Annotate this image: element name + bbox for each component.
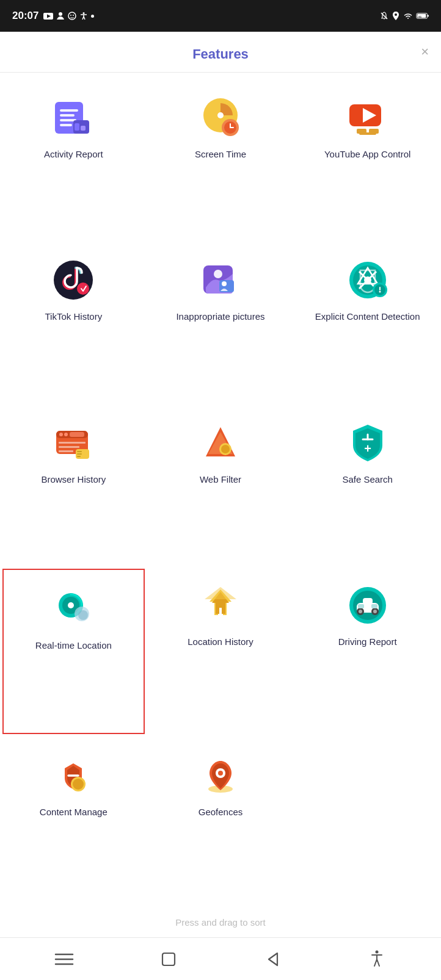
svg-point-37 [77,283,89,295]
webfilter-icon [199,421,242,465]
feature-realtime-location[interactable]: Real-time Location [2,569,145,733]
svg-rect-19 [60,114,75,117]
svg-line-10 [84,16,85,20]
youtube-label: YouTube App Control [324,148,411,160]
svg-text:81: 81 [418,15,421,18]
feature-inappropriate[interactable]: Inappropriate pictures [147,241,294,403]
svg-point-12 [395,13,397,16]
feature-driving[interactable]: Driving Report [294,566,441,736]
location-status-icon [392,12,399,20]
status-bar-left: 20:07 [12,10,94,22]
screen-time-label: Screen Time [195,148,246,160]
notification-dot [91,15,94,18]
feature-youtube[interactable]: YouTube App Control [294,79,441,241]
svg-rect-55 [59,442,86,444]
location-history-icon [199,583,242,627]
feature-geofences[interactable]: Geofences [147,737,294,899]
svg-rect-54 [70,432,84,437]
status-bar: 20:07 81 [0,0,441,32]
svg-rect-20 [60,119,76,121]
person-status-icon [56,12,65,20]
face-status-icon [68,12,76,20]
svg-point-83 [373,610,377,613]
svg-rect-60 [77,453,82,455]
svg-point-53 [64,433,68,436]
svg-point-44 [364,276,371,284]
nav-back-button[interactable] [261,948,283,970]
battery-icon: 81 [417,12,429,20]
close-button[interactable]: × [421,44,429,60]
svg-rect-14 [428,15,429,16]
feature-tiktok[interactable]: TikTok History [0,241,147,403]
svg-point-26 [217,112,224,118]
feature-webfilter[interactable]: Web Filter [147,404,294,566]
home-icon [160,951,177,968]
nav-menu-button[interactable] [53,948,75,970]
svg-rect-23 [75,123,79,131]
status-icons [43,12,94,20]
svg-rect-57 [59,450,73,452]
svg-point-41 [222,281,227,286]
feature-safesearch[interactable]: + Safe Search [294,404,441,566]
nav-accessibility-button[interactable] [366,948,388,970]
svg-point-3 [68,12,76,20]
mute-icon [380,12,388,20]
back-icon [265,951,280,968]
browser-icon [51,421,95,465]
page-title: Features [192,46,249,62]
explicit-icon [346,258,390,302]
svg-point-39 [214,270,222,278]
svg-rect-61 [77,456,81,457]
svg-point-89 [73,779,84,790]
status-time: 20:07 [12,10,38,22]
svg-rect-35 [359,132,376,135]
svg-point-36 [54,261,93,300]
svg-rect-85 [358,604,364,608]
svg-rect-18 [60,109,78,112]
feature-activity-report[interactable]: Activity Report [0,79,147,241]
svg-rect-24 [81,126,86,131]
feature-content-manage[interactable]: Content Manage [0,737,147,899]
feature-explicit[interactable]: Explicit Content Detection [294,241,441,403]
driving-label: Driving Report [338,636,397,648]
svg-point-73 [78,610,88,620]
safesearch-icon: + [346,421,390,465]
webfilter-label: Web Filter [200,474,241,486]
svg-rect-59 [77,451,82,452]
inappropriate-label: Inappropriate pictures [176,311,264,323]
svg-point-98 [375,950,378,953]
header: Features × [0,32,441,73]
svg-point-81 [359,610,362,613]
feature-screen-time[interactable]: Screen Time [147,79,294,241]
explicit-label: Explicit Content Detection [315,311,420,323]
inappropriate-icon [199,258,242,302]
realtime-location-icon [51,587,95,631]
main-content: Features × Activity Report [0,32,441,937]
feature-browser[interactable]: Browser History [0,404,147,566]
content-manage-label: Content Manage [40,806,108,818]
svg-point-6 [83,12,85,14]
svg-point-71 [68,602,74,608]
geofences-label: Geofences [199,806,243,818]
activity-report-label: Activity Report [44,148,103,160]
accessibility-icon [370,950,384,968]
svg-text:+: + [364,442,371,455]
screen-time-icon [199,96,242,140]
realtime-location-label: Real-time Location [35,640,112,652]
svg-point-52 [59,433,63,436]
location-history-label: Location History [188,636,253,648]
nav-home-button[interactable] [158,948,180,970]
svg-line-102 [377,959,379,966]
tiktok-icon [51,258,95,302]
svg-point-4 [70,15,71,16]
status-bar-right: 81 [380,12,429,20]
geofences-icon [199,754,242,798]
svg-line-101 [374,959,377,966]
features-grid: Activity Report Screen Time [0,73,441,905]
browser-label: Browser History [41,474,106,486]
svg-point-65 [221,445,230,453]
feature-location-history[interactable]: Location History [147,566,294,736]
wifi-icon [403,12,413,20]
svg-rect-96 [162,953,175,965]
svg-point-49 [379,291,381,293]
